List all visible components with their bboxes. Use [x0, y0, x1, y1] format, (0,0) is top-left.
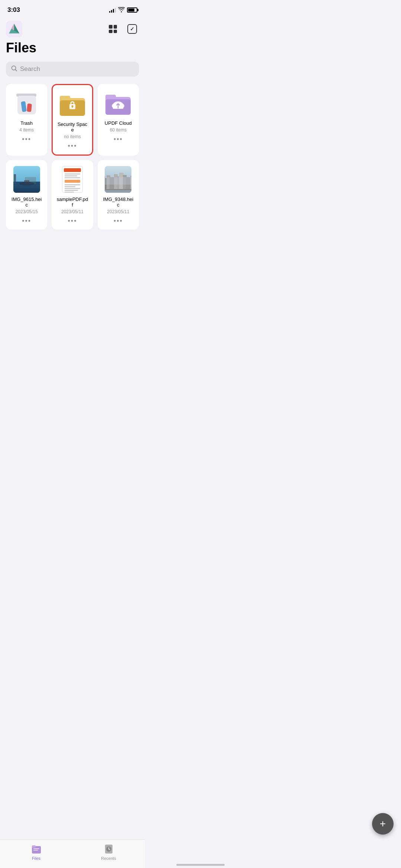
more-button[interactable]: ••• — [68, 217, 77, 225]
svg-rect-7 — [60, 96, 70, 101]
status-time: 3:03 — [7, 6, 20, 14]
search-placeholder: Search — [20, 65, 40, 73]
more-button[interactable]: ••• — [114, 136, 123, 143]
trash-icon — [13, 90, 40, 117]
select-button[interactable]: ✓ — [125, 22, 139, 36]
svg-rect-26 — [13, 185, 40, 186]
file-card-sample-pdf[interactable]: samplePDF.pdf 2023/05/11 ••• — [52, 160, 93, 230]
svg-rect-42 — [105, 177, 131, 185]
search-bar[interactable]: Search — [6, 62, 139, 77]
checkbox-icon: ✓ — [127, 24, 137, 34]
updf-cloud-icon — [105, 90, 131, 117]
svg-rect-22 — [14, 174, 16, 184]
files-grid: Trash 4 items ••• Security Space — [0, 84, 145, 230]
svg-rect-13 — [105, 95, 116, 100]
svg-rect-25 — [24, 180, 29, 185]
status-icons — [109, 7, 137, 13]
file-meta: 60 items — [110, 127, 127, 133]
more-button[interactable]: ••• — [22, 136, 31, 143]
more-button[interactable]: ••• — [114, 217, 123, 225]
file-name: Security Space — [57, 121, 87, 133]
file-meta: 2023/05/11 — [107, 209, 129, 214]
wifi-icon — [118, 7, 125, 13]
app-logo — [6, 21, 22, 37]
file-meta: 2023/05/11 — [61, 209, 84, 214]
grid-view-button[interactable] — [106, 22, 120, 36]
signal-icon — [109, 7, 116, 13]
file-meta: no items — [64, 134, 81, 139]
more-button[interactable]: ••• — [22, 217, 31, 225]
pdf-thumbnail — [59, 166, 86, 193]
svg-rect-43 — [105, 190, 131, 193]
file-meta: 4 items — [19, 127, 34, 133]
file-card-trash[interactable]: Trash 4 items ••• — [6, 84, 47, 156]
svg-line-5 — [16, 70, 17, 71]
img-9348-thumbnail — [105, 166, 131, 193]
status-bar: 3:03 — [0, 0, 145, 18]
header-actions: ✓ — [106, 22, 139, 36]
file-meta: 2023/05/15 — [16, 209, 38, 214]
header: ✓ — [0, 18, 145, 39]
security-space-icon — [59, 91, 86, 118]
more-button[interactable]: ••• — [68, 142, 77, 150]
svg-point-24 — [19, 182, 34, 186]
battery-icon — [127, 7, 137, 13]
grid-icon — [109, 25, 117, 33]
file-name: IMG_9615.heic — [10, 196, 43, 208]
img-9615-thumbnail — [13, 166, 40, 193]
file-card-img-9348[interactable]: IMG_9348.heic 2023/05/11 ••• — [98, 160, 139, 230]
file-name: Trash — [20, 120, 33, 126]
svg-point-4 — [12, 66, 16, 70]
file-card-security-space[interactable]: Security Space no items ••• — [52, 84, 93, 156]
svg-rect-20 — [13, 182, 40, 193]
file-name: IMG_9348.heic — [102, 196, 134, 208]
search-container: Search — [0, 62, 145, 84]
file-name: UPDF Cloud — [105, 120, 132, 126]
svg-rect-27 — [13, 187, 40, 188]
file-card-img-9615[interactable]: IMG_9615.heic 2023/05/15 ••• — [6, 160, 47, 230]
page-title: Files — [0, 39, 145, 62]
file-name: samplePDF.pdf — [56, 196, 88, 208]
file-card-updf-cloud[interactable]: UPDF Cloud 60 items ••• — [98, 84, 139, 156]
search-icon — [11, 65, 17, 73]
svg-rect-11 — [72, 107, 73, 108]
